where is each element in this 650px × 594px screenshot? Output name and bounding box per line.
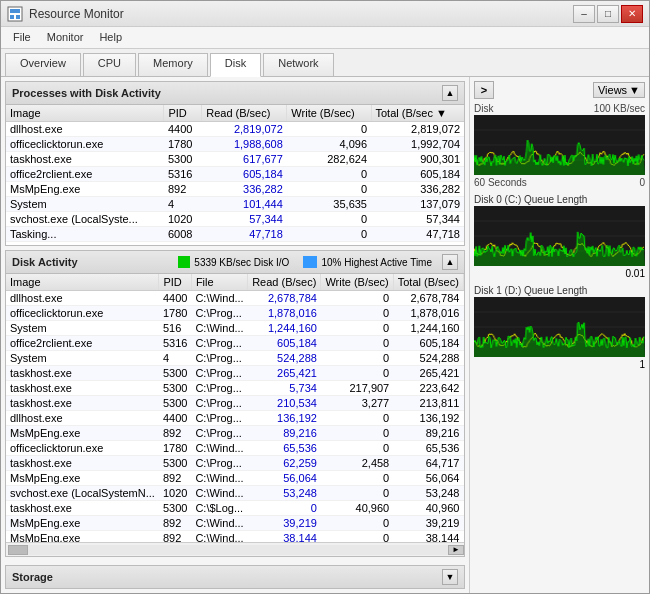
cell-total: 57,344 [371,212,464,227]
cell-pid2: 4 [159,351,191,366]
cell-total2: 40,960 [393,501,463,516]
cell-read2: 89,216 [248,426,321,441]
cell-total2: 56,064 [393,471,463,486]
cell-total2: 213,811 [393,396,463,411]
table-row[interactable]: dllhost.exe 4400 C:\Prog... 136,192 0 13… [6,411,464,426]
main-window: Resource Monitor – □ ✕ File Monitor Help… [0,0,650,594]
disk1-queue-value: 1 [474,359,645,370]
table-row[interactable]: taskhost.exe 5300 C:\Prog... 210,534 3,2… [6,396,464,411]
cell-total2: 605,184 [393,336,463,351]
menu-monitor[interactable]: Monitor [39,29,92,46]
views-label: Views [598,84,627,96]
cell-priority: Normal [463,501,464,516]
processes-table-container[interactable]: Image PID Read (B/sec) Write (B/sec) Tot… [6,105,464,245]
col-total2: Total (B/sec) [393,274,463,291]
cell-read2: 65,536 [248,441,321,456]
cell-write2: 0 [321,516,393,531]
cell-image2: svchost.exe (LocalSystemN... [6,486,159,501]
cell-total2: 53,248 [393,486,463,501]
table-row[interactable]: taskhost.exe 5300 C:\Prog... 62,259 2,45… [6,456,464,471]
table-row[interactable]: officeclicktorun.exe 1780 C:\Wind... 65,… [6,441,464,456]
cell-write: 0 [287,122,371,137]
table-row[interactable]: office2rclient.exe 5316 605,184 0 605,18… [6,167,464,182]
processes-collapse-btn[interactable]: ▲ [442,85,458,101]
disk-activity-controls: 5339 KB/sec Disk I/O 10% Highest Active … [178,254,458,270]
cell-pid2: 4400 [159,291,191,306]
cell-total: 47,718 [371,227,464,242]
cell-file: C:\Prog... [191,306,247,321]
close-button[interactable]: ✕ [621,5,643,23]
cell-image2: dllhost.exe [6,411,159,426]
table-row[interactable]: dllhost.exe 4400 2,819,072 0 2,819,072 [6,122,464,137]
cell-read2: 53,248 [248,486,321,501]
cell-pid: 5300 [164,152,202,167]
tab-overview[interactable]: Overview [5,53,81,76]
views-button[interactable]: Views ▼ [593,82,645,98]
table-row[interactable]: MsMpEng.exe 892 C:\Wind... 38,144 0 38,1… [6,531,464,543]
cell-file: C:\Prog... [191,426,247,441]
disk-activity-table-container[interactable]: Image PID File Read (B/sec) Write (B/sec… [6,274,464,542]
cell-write2: 0 [321,291,393,306]
table-row[interactable]: taskhost.exe 5300 C:\Prog... 265,421 0 2… [6,366,464,381]
cell-file: C:\Prog... [191,456,247,471]
cell-pid2: 1780 [159,441,191,456]
table-row[interactable]: officeclicktorun.exe 1780 1,988,608 4,09… [6,137,464,152]
table-row[interactable]: svchost.exe (LocalSystemN... 1020 C:\Win… [6,486,464,501]
table-row[interactable]: System 516 C:\Wind... 1,244,160 0 1,244,… [6,321,464,336]
table-row[interactable]: Tasking... 6008 47,718 0 47,718 [6,227,464,242]
col-pid2: PID [159,274,191,291]
menu-help[interactable]: Help [91,29,130,46]
cell-image2: taskhost.exe [6,381,159,396]
storage-collapse-btn[interactable]: ▼ [442,569,458,585]
table-row[interactable]: MsMpEng.exe 892 C:\Wind... 56,064 0 56,0… [6,471,464,486]
cell-pid2: 5300 [159,501,191,516]
views-dropdown-icon: ▼ [629,84,640,96]
cell-write2: 0 [321,351,393,366]
cell-image2: taskhost.exe [6,501,159,516]
table-row[interactable]: taskhost.exe 5300 C:\$Log... 0 40,960 40… [6,501,464,516]
table-row[interactable]: dllhost.exe 4400 C:\Wind... 2,678,784 0 … [6,291,464,306]
table-row[interactable]: System 4 101,444 35,635 137,079 [6,197,464,212]
table-row[interactable]: svchost.exe (LocalSyste... 1020 57,344 0… [6,212,464,227]
table-row[interactable]: MsMpEng.exe 892 336,282 0 336,282 [6,182,464,197]
cell-read2: 1,244,160 [248,321,321,336]
content-area: Processes with Disk Activity ▲ Image PID… [1,77,649,593]
table-row[interactable]: office2rclient.exe 5316 C:\Prog... 605,1… [6,336,464,351]
cell-file: C:\Prog... [191,411,247,426]
storage-section: Storage ▼ [5,565,465,589]
table-row[interactable]: MsMpEng.exe 892 C:\Wind... 39,219 0 39,2… [6,516,464,531]
horizontal-scrollbar[interactable]: ► [6,542,464,556]
tab-disk[interactable]: Disk [210,53,261,77]
maximize-button[interactable]: □ [597,5,619,23]
table-row[interactable]: taskhost.exe 5300 617,677 282,624 900,30… [6,152,464,167]
cell-total2: 39,219 [393,516,463,531]
right-expand-btn[interactable]: > [474,81,494,99]
cell-file: C:\Wind... [191,516,247,531]
activity-collapse-btn[interactable]: ▲ [442,254,458,270]
cell-total2: 136,192 [393,411,463,426]
cell-image2: dllhost.exe [6,291,159,306]
cell-priority: Normal [463,366,464,381]
cell-pid2: 5316 [159,336,191,351]
cell-priority: Normal [463,441,464,456]
cell-write: 0 [287,227,371,242]
disk-label: Disk [474,103,493,114]
menu-file[interactable]: File [5,29,39,46]
blue-indicator [303,256,317,268]
table-row[interactable]: MsMpEng.exe 892 C:\Prog... 89,216 0 89,2… [6,426,464,441]
tab-memory[interactable]: Memory [138,53,208,76]
cell-image2: System [6,321,159,336]
table-row[interactable]: officeclicktorun.exe 1780 C:\Prog... 1,8… [6,306,464,321]
cell-read2: 56,064 [248,471,321,486]
processes-header: Processes with Disk Activity ▲ [6,82,464,105]
minimize-button[interactable]: – [573,5,595,23]
cell-total2: 2,678,784 [393,291,463,306]
processes-title: Processes with Disk Activity [12,87,161,99]
tab-network[interactable]: Network [263,53,333,76]
disk0-queue-label: Disk 0 (C:) Queue Length [474,194,645,205]
cell-file: C:\Prog... [191,351,247,366]
cell-total: 900,301 [371,152,464,167]
table-row[interactable]: System 4 C:\Prog... 524,288 0 524,288 No… [6,351,464,366]
table-row[interactable]: taskhost.exe 5300 C:\Prog... 5,734 217,9… [6,381,464,396]
tab-cpu[interactable]: CPU [83,53,136,76]
